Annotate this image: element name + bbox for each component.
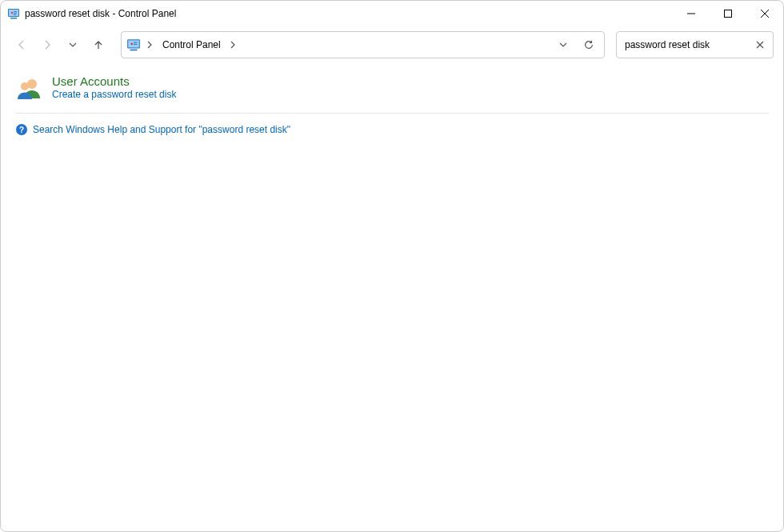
address-bar[interactable]: Control Panel <box>121 31 605 58</box>
back-button[interactable] <box>10 34 33 56</box>
search-help-link[interactable]: Search Windows Help and Support for "pas… <box>33 124 290 135</box>
maximize-button[interactable] <box>710 2 746 26</box>
address-history-dropdown[interactable] <box>551 33 575 57</box>
navigation-row: Control Panel <box>1 26 783 63</box>
user-accounts-icon <box>15 74 42 102</box>
svg-text:?: ? <box>19 126 24 134</box>
control-panel-window: password reset disk - Control Panel <box>0 0 784 532</box>
content-area: User Accounts Create a password reset di… <box>1 63 783 531</box>
forward-button[interactable] <box>36 34 58 56</box>
breadcrumb-chevron-icon[interactable] <box>226 32 241 58</box>
svg-point-20 <box>21 82 29 90</box>
svg-rect-5 <box>14 13 17 14</box>
svg-rect-16 <box>134 44 138 45</box>
svg-rect-8 <box>725 10 732 18</box>
clear-search-button[interactable] <box>750 35 770 54</box>
minimize-button[interactable] <box>673 2 710 26</box>
search-input[interactable] <box>623 38 750 51</box>
window-title: password reset disk - Control Panel <box>25 8 176 19</box>
title-bar: password reset disk - Control Panel <box>1 1 783 26</box>
svg-rect-15 <box>134 42 138 43</box>
control-panel-icon <box>126 38 141 52</box>
recent-locations-dropdown[interactable] <box>62 34 84 56</box>
task-create-password-reset-disk-link[interactable]: Create a password reset disk <box>52 89 176 100</box>
svg-rect-4 <box>14 11 17 12</box>
svg-rect-13 <box>130 50 138 51</box>
category-user-accounts-link[interactable]: User Accounts <box>52 74 176 88</box>
result-category-block: User Accounts Create a password reset di… <box>15 74 769 114</box>
breadcrumb-root-chevron-icon[interactable] <box>142 32 158 58</box>
up-button[interactable] <box>87 34 110 56</box>
svg-point-3 <box>11 12 13 14</box>
svg-rect-6 <box>14 14 16 15</box>
help-search-row: ? Search Windows Help and Support for "p… <box>15 123 769 136</box>
svg-point-14 <box>130 43 133 46</box>
help-icon: ? <box>15 123 28 136</box>
close-button[interactable] <box>746 2 783 26</box>
control-panel-icon <box>7 7 20 20</box>
breadcrumb-control-panel[interactable]: Control Panel <box>159 32 224 58</box>
refresh-button[interactable] <box>577 33 601 57</box>
svg-rect-2 <box>10 18 17 19</box>
search-box[interactable] <box>616 31 774 58</box>
